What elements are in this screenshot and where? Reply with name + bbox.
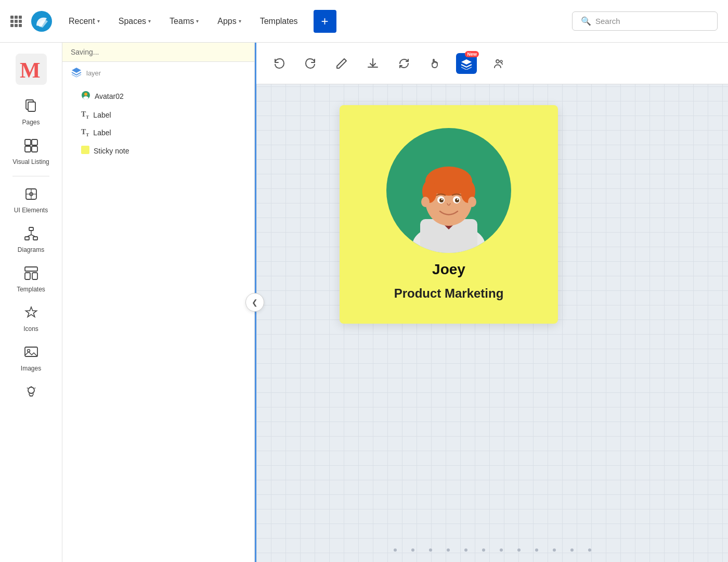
- nav-recent[interactable]: Recent ▾: [61, 12, 107, 30]
- redo-button[interactable]: [300, 53, 321, 74]
- svg-point-37: [441, 199, 443, 200]
- hand-tool-button[interactable]: [425, 53, 446, 74]
- dot: [411, 548, 414, 552]
- dot: [447, 548, 450, 552]
- svg-rect-23: [81, 146, 89, 154]
- layer-stack-icon: [71, 66, 82, 80]
- nav-spaces[interactable]: Spaces ▾: [111, 12, 158, 30]
- layer-item-label2[interactable]: TT Label: [62, 124, 254, 142]
- ideas-icon: [24, 385, 38, 401]
- ui-elements-label: UI Elements: [14, 207, 48, 214]
- visual-listing-label: Visual Listing: [12, 158, 49, 165]
- dot: [482, 548, 485, 552]
- profile-card: Joey Product Marketing: [340, 105, 558, 324]
- sidebar-item-images[interactable]: Images: [5, 340, 57, 377]
- sticky-label: Sticky note: [94, 147, 129, 155]
- canvas-toolbar: New: [256, 43, 728, 84]
- refresh-button[interactable]: [394, 53, 414, 74]
- icons-icon: [24, 305, 38, 322]
- download-button[interactable]: [362, 53, 383, 74]
- svg-rect-15: [25, 273, 30, 279]
- dot: [464, 548, 467, 552]
- pages-icon: [24, 99, 38, 116]
- dot: [553, 548, 556, 552]
- dot: [517, 548, 521, 552]
- images-icon: [24, 345, 38, 362]
- svg-rect-12: [25, 237, 29, 240]
- svg-rect-16: [32, 273, 37, 279]
- dot: [570, 548, 574, 552]
- svg-rect-6: [32, 139, 37, 145]
- dot: [535, 548, 538, 552]
- avatar02-label: Avatar02: [95, 92, 124, 100]
- collapse-button[interactable]: ❮: [245, 293, 264, 312]
- svg-rect-14: [25, 267, 37, 271]
- search-icon: 🔍: [581, 16, 591, 26]
- teams-chevron-icon: ▾: [196, 18, 199, 24]
- svg-point-24: [496, 60, 499, 63]
- main-layout: M Pages Visual Listing: [0, 43, 728, 562]
- apps-chevron-icon: ▾: [239, 18, 241, 24]
- layer-item-label1[interactable]: TT Label: [62, 106, 254, 124]
- images-label: Images: [21, 365, 41, 372]
- dot: [588, 548, 591, 552]
- share-button[interactable]: [487, 53, 508, 74]
- nav-apps[interactable]: Apps ▾: [210, 12, 248, 30]
- sidebar-item-templates[interactable]: Templates: [5, 261, 57, 298]
- nav-templates[interactable]: Templates: [253, 12, 305, 30]
- avatar02-icon: [81, 91, 90, 102]
- label1-text: Label: [93, 111, 111, 119]
- label2-icon: TT: [81, 128, 89, 137]
- sidebar-item-ideas[interactable]: [5, 379, 57, 406]
- label1-icon: TT: [81, 110, 89, 120]
- avatar-circle: [386, 128, 511, 253]
- spaces-chevron-icon: ▾: [148, 18, 151, 24]
- card-role: Product Marketing: [394, 286, 504, 301]
- dot: [394, 548, 397, 552]
- layer-header: layer: [62, 62, 254, 84]
- svg-rect-7: [25, 146, 31, 152]
- grid-icon[interactable]: [10, 16, 22, 27]
- new-item-button[interactable]: +: [314, 10, 336, 33]
- svg-point-22: [83, 96, 88, 99]
- brand-logo[interactable]: M: [13, 51, 49, 87]
- sidebar-item-icons[interactable]: Icons: [5, 300, 57, 338]
- dot: [429, 548, 432, 552]
- svg-point-40: [468, 197, 476, 207]
- saving-banner: Saving...: [62, 43, 254, 62]
- sidebar-item-visual-listing[interactable]: Visual Listing: [5, 133, 57, 171]
- edit-button[interactable]: [331, 53, 352, 74]
- svg-point-19: [28, 387, 34, 393]
- collapse-icon: ❮: [252, 298, 258, 306]
- layers-button[interactable]: New: [456, 53, 477, 74]
- top-nav: Recent ▾ Spaces ▾ Teams ▾ Apps ▾ Templat…: [0, 0, 728, 43]
- svg-point-38: [457, 199, 459, 200]
- label2-text: Label: [93, 129, 111, 137]
- svg-point-39: [421, 197, 430, 207]
- search-box[interactable]: 🔍 Search: [572, 11, 718, 31]
- icons-label: Icons: [23, 325, 38, 333]
- svg-rect-8: [32, 146, 37, 152]
- layers-badge: New: [465, 51, 479, 57]
- dot: [500, 548, 503, 552]
- app-logo[interactable]: [31, 11, 52, 32]
- svg-rect-11: [29, 227, 33, 231]
- svg-rect-5: [25, 139, 31, 145]
- sticky-icon: [81, 146, 89, 156]
- svg-rect-13: [33, 237, 37, 240]
- layer-item-sticky[interactable]: Sticky note: [62, 142, 254, 160]
- undo-button[interactable]: [269, 53, 290, 74]
- layer-item-avatar02[interactable]: Avatar02: [62, 86, 254, 106]
- sidebar-item-diagrams[interactable]: Diagrams: [5, 221, 57, 259]
- layer-items: Avatar02 TT Label TT Label Sticky note: [62, 84, 254, 162]
- svg-rect-4: [28, 102, 35, 111]
- svg-point-21: [84, 93, 87, 96]
- sidebar-item-ui-elements[interactable]: UI Elements: [5, 182, 57, 219]
- svg-point-25: [500, 60, 502, 62]
- sidebar-item-pages[interactable]: Pages: [5, 94, 57, 131]
- canvas-area[interactable]: New: [256, 43, 728, 562]
- left-sidebar: M Pages Visual Listing: [0, 43, 62, 562]
- search-placeholder: Search: [595, 17, 620, 25]
- templates-label: Templates: [17, 286, 45, 293]
- nav-teams[interactable]: Teams ▾: [162, 12, 206, 30]
